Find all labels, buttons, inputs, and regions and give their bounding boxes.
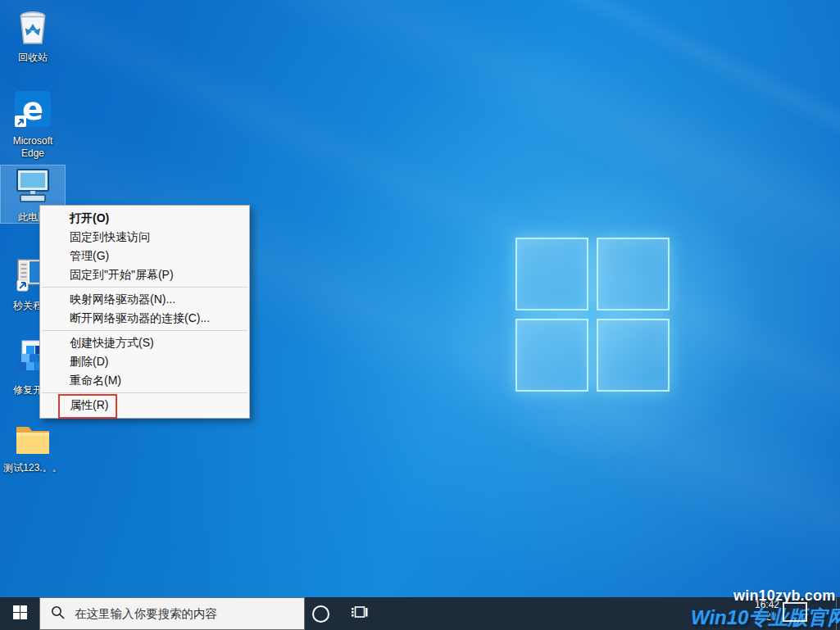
brand-watermark: Win10专业版官网 (691, 605, 840, 630)
task-view-icon (351, 605, 368, 623)
search-icon (51, 605, 65, 623)
menu-item-pin-quick-access[interactable]: 固定到快速访问 (40, 228, 249, 247)
this-pc-icon (12, 168, 53, 209)
search-input[interactable] (73, 606, 289, 621)
desktop[interactable]: 回收站 e Microsoft Edge 此电脑 (0, 0, 840, 630)
icon-label: 回收站 (18, 52, 48, 64)
cortana-icon (312, 605, 329, 623)
menu-item-pin-to-start[interactable]: 固定到"开始"屏幕(P) (40, 265, 249, 284)
menu-item-manage[interactable]: 管理(G) (40, 247, 249, 265)
start-button[interactable] (0, 597, 39, 630)
windows-start-icon (13, 605, 27, 623)
task-view-button[interactable] (346, 597, 372, 630)
windows-logo-pane (597, 238, 670, 310)
menu-separator (42, 392, 247, 393)
windows-logo-pane (515, 238, 588, 310)
menu-separator (42, 330, 247, 331)
icon-label: 测试123.。。 (3, 462, 61, 474)
windows-logo-pane (597, 319, 670, 392)
context-menu: 打开(O) 固定到快速访问 管理(G) 固定到"开始"屏幕(P) 映射网络驱动器… (39, 205, 250, 419)
cortana-button[interactable] (308, 597, 333, 630)
recycle-bin-icon (12, 5, 53, 49)
menu-item-open[interactable]: 打开(O) (40, 209, 249, 228)
menu-item-delete[interactable]: 删除(D) (40, 352, 249, 371)
windows-logo (515, 238, 670, 392)
desktop-icon-test-folder[interactable]: 测试123.。。 (1, 416, 65, 477)
edge-icon: e (12, 88, 53, 133)
taskbar-search[interactable] (39, 597, 305, 630)
menu-item-disconnect-network-drive[interactable]: 断开网络驱动器的连接(C)... (40, 309, 249, 328)
windows-logo-pane (515, 319, 588, 392)
white-box-outline (783, 602, 807, 622)
icon-label: Microsoft Edge (13, 135, 53, 160)
annotation-highlight-box (58, 394, 117, 419)
desktop-icon-microsoft-edge[interactable]: e Microsoft Edge (1, 86, 65, 162)
menu-item-rename[interactable]: 重命名(M) (40, 371, 249, 390)
desktop-icon-recycle-bin[interactable]: 回收站 (1, 2, 65, 66)
menu-separator (42, 287, 247, 288)
menu-item-create-shortcut[interactable]: 创建快捷方式(S) (40, 333, 249, 352)
folder-icon (12, 419, 53, 460)
menu-item-map-network-drive[interactable]: 映射网络驱动器(N)... (40, 290, 249, 309)
